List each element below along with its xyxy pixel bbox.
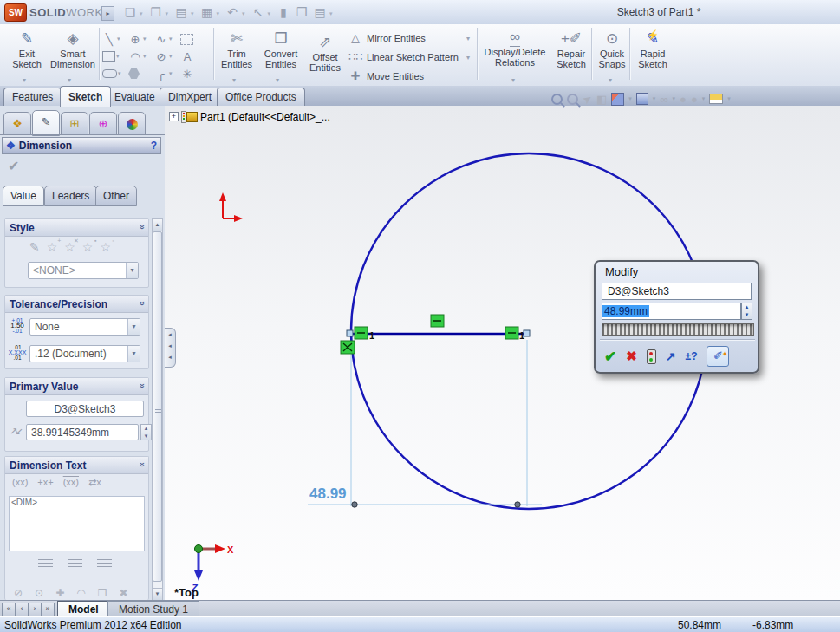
- dropdown-icon[interactable]: ▾: [191, 10, 194, 17]
- dropdown-icon[interactable]: ▾: [217, 10, 220, 17]
- selection-box-tool[interactable]: [180, 34, 204, 45]
- cancel-button[interactable]: ✖: [626, 349, 637, 364]
- help-icon[interactable]: ?: [151, 140, 157, 152]
- offset-entities-button[interactable]: ⇗ Offset Entities: [305, 33, 345, 73]
- primary-value-group-header[interactable]: Primary Value «: [5, 378, 148, 395]
- dropdown-icon[interactable]: ▾: [127, 319, 140, 335]
- undo-icon[interactable]: ↶: [224, 5, 241, 19]
- zoom-to-area-icon[interactable]: [567, 94, 578, 105]
- sketch-text-tool[interactable]: A: [180, 50, 204, 63]
- spin-increment-button[interactable]: ✐✦: [707, 346, 729, 367]
- previous-tab-button[interactable]: ‹: [15, 603, 29, 616]
- tab-features[interactable]: Features: [3, 88, 62, 106]
- dropdown-icon[interactable]: ▾: [232, 76, 236, 84]
- quick-snaps-button[interactable]: ⊙ Quick Snaps: [595, 29, 629, 69]
- zoom-to-fit-icon[interactable]: [551, 94, 563, 105]
- dropdown-icon[interactable]: ▾: [117, 36, 120, 42]
- relation-badge-horizontal[interactable]: [431, 315, 444, 327]
- scroll-down-button[interactable]: ▼: [153, 588, 162, 600]
- style-delete-icon[interactable]: ☆✕: [64, 240, 75, 254]
- spin-up-icon[interactable]: ▲: [141, 425, 151, 433]
- dropdown-icon[interactable]: ▾: [143, 36, 147, 42]
- modify-name-field[interactable]: D3@Sketch3: [602, 283, 752, 300]
- dimension-value-field[interactable]: 38.99145349mm: [26, 424, 139, 440]
- arc-tool[interactable]: ◠▾: [128, 50, 152, 63]
- scroll-up-button[interactable]: ▲: [153, 219, 162, 231]
- thumbwheel[interactable]: [602, 323, 754, 336]
- style-group-header[interactable]: Style «: [5, 219, 148, 237]
- relation-badge-left[interactable]: [355, 327, 368, 339]
- dropdown-icon[interactable]: ▾: [466, 54, 470, 62]
- scrollbar-thumb[interactable]: [153, 231, 162, 582]
- repair-sketch-button[interactable]: +✐ Repair Sketch: [551, 29, 591, 69]
- dimxpert-manager-tab[interactable]: ⊕: [89, 112, 117, 135]
- dropdown-icon[interactable]: ▾: [126, 263, 138, 278]
- tab-motion-study[interactable]: Motion Study 1: [107, 601, 199, 617]
- spline-tool[interactable]: ∿▾: [154, 33, 178, 46]
- property-manager-tab[interactable]: ✎: [32, 110, 60, 136]
- panel-scrollbar[interactable]: ▲ ▼: [152, 218, 163, 600]
- dimension-arrow-dot[interactable]: [352, 502, 357, 507]
- modify-value-field[interactable]: 48.99mm: [602, 303, 741, 320]
- feature-manager-tab[interactable]: ❖: [3, 112, 31, 135]
- justify-left-icon[interactable]: [38, 559, 53, 570]
- exit-sketch-button[interactable]: ✎ Exit Sketch: [7, 29, 47, 69]
- tab-evaluate[interactable]: Evaluate: [106, 88, 164, 106]
- collapse-chevron-icon[interactable]: «: [137, 463, 147, 467]
- view-orientation-icon[interactable]: [611, 93, 624, 106]
- offset-text-icon[interactable]: +x+: [37, 477, 53, 488]
- value-spinner[interactable]: ▲ ▼: [140, 424, 152, 440]
- print-icon[interactable]: ▦: [199, 5, 216, 19]
- display-delete-relations-button[interactable]: ∞ Display/Delete Relations: [480, 29, 550, 68]
- style-load-icon[interactable]: ☆▫: [100, 240, 111, 254]
- line-tool[interactable]: ╲▾: [102, 33, 126, 46]
- last-tab-button[interactable]: »: [41, 603, 55, 616]
- dropdown-icon[interactable]: ▾: [511, 76, 515, 84]
- scene-settings-icon[interactable]: [709, 94, 723, 104]
- rapid-sketch-button[interactable]: ✎⚡ Rapid Sketch: [633, 29, 673, 69]
- x-icon[interactable]: ✖: [119, 587, 127, 599]
- reverse-direction-button[interactable]: ↗: [666, 349, 676, 363]
- style-add-icon[interactable]: ☆+: [47, 240, 58, 254]
- spin-down-icon[interactable]: ▼: [141, 433, 151, 440]
- selected-value-text[interactable]: 48.99mm: [602, 305, 649, 317]
- properties-icon[interactable]: ❒: [293, 5, 310, 19]
- polygon-tool[interactable]: [128, 68, 152, 79]
- dimension-arrow-dot[interactable]: [515, 502, 520, 507]
- tab-dimxpert[interactable]: DimXpert: [160, 88, 220, 106]
- modify-dialog[interactable]: Modify D3@Sketch3 48.99mm ▲ ▼ ✔ ✖ ↗ ±? ✐…: [594, 260, 759, 374]
- tab-model[interactable]: Model: [57, 601, 110, 617]
- configuration-manager-tab[interactable]: ⊞: [61, 112, 88, 135]
- dropdown-icon[interactable]: ▾: [653, 95, 656, 102]
- save-icon[interactable]: ▤: [173, 5, 190, 19]
- dropdown-icon[interactable]: ▾: [268, 10, 271, 17]
- first-tab-button[interactable]: «: [2, 603, 16, 616]
- select-icon[interactable]: ↖: [250, 5, 267, 19]
- tolerance-group-header[interactable]: Tolerance/Precision «: [5, 296, 148, 313]
- tab-office-products[interactable]: Office Products: [217, 88, 305, 106]
- dropdown-icon[interactable]: ▾: [127, 346, 140, 362]
- center-icon[interactable]: ⊙: [35, 587, 43, 599]
- spin-down-icon[interactable]: ▼: [742, 311, 752, 319]
- plus-icon[interactable]: ✚: [55, 587, 64, 599]
- precision-dropdown[interactable]: .12 (Document) ▾: [29, 345, 140, 362]
- angle-icon[interactable]: ⊘: [14, 587, 23, 599]
- tab-sketch[interactable]: Sketch: [60, 86, 111, 107]
- style-save-icon[interactable]: ☆▪: [82, 240, 94, 254]
- dropdown-icon[interactable]: ▾: [702, 95, 706, 102]
- leader-text-icon[interactable]: ⇄x: [88, 477, 101, 488]
- style-dropdown[interactable]: <NONE> ▾: [28, 262, 139, 279]
- endpoint-handle[interactable]: [347, 330, 353, 336]
- tab-other[interactable]: Other: [95, 186, 137, 206]
- hide-show-items-icon[interactable]: ∞: [660, 93, 667, 106]
- dropdown-icon[interactable]: ▾: [628, 95, 632, 102]
- fillet-tool[interactable]: ╭▾: [154, 68, 178, 81]
- dropdown-icon[interactable]: ▾: [118, 70, 121, 77]
- relation-badge-right[interactable]: [505, 327, 518, 339]
- tolerance-button[interactable]: ±?: [686, 350, 698, 362]
- rebuild-button[interactable]: [647, 349, 656, 364]
- dropdown-icon[interactable]: ▾: [169, 53, 173, 60]
- appearances-icon[interactable]: ●: [691, 93, 698, 106]
- smart-dimension-button[interactable]: ◈ Smart Dimension: [49, 29, 97, 69]
- convert-entities-button[interactable]: ❒ Convert Entities: [258, 29, 303, 69]
